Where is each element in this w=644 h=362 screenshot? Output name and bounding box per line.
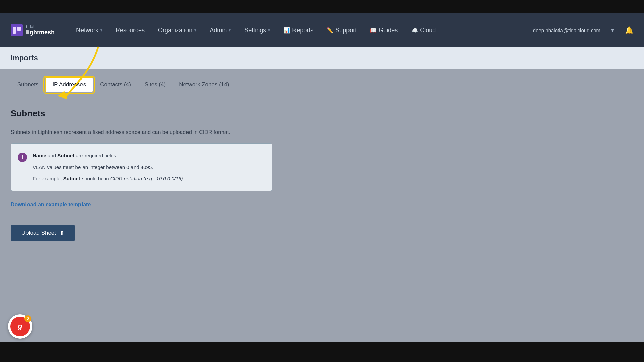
logo-lightmesh: lightmesh xyxy=(26,29,55,36)
bottom-bar xyxy=(0,342,644,362)
nav-label-admin: Admin xyxy=(210,27,227,34)
upload-icon: ⬆ xyxy=(59,229,64,237)
tab-contacts[interactable]: Contacts (4) xyxy=(93,78,138,92)
tab-ip-addresses[interactable]: IP Addresses xyxy=(45,77,93,92)
nav-label-settings: Settings xyxy=(244,27,266,34)
nav-item-support[interactable]: ✏️ Support xyxy=(321,24,362,37)
tabs-wrapper: Subnets IP Addresses Contacts (4) Sites … xyxy=(11,77,633,92)
nav-item-organization[interactable]: Organization ▾ xyxy=(153,24,202,37)
nav-item-settings[interactable]: Settings ▾ xyxy=(239,24,275,37)
nav-item-resources[interactable]: Resources xyxy=(110,24,150,37)
user-email[interactable]: deep.bhalotia@tidalcloud.com xyxy=(533,27,600,33)
info-line-2: VLAN values must be an integer between 0… xyxy=(33,164,184,171)
tabs: Subnets IP Addresses Contacts (4) Sites … xyxy=(11,77,633,92)
nav-item-reports[interactable]: 📊 Reports xyxy=(278,24,319,37)
info-box: i Name and Subnet are required fields. V… xyxy=(11,143,272,191)
chevron-down-icon: ▾ xyxy=(194,28,196,33)
g2-badge[interactable]: g 2 xyxy=(8,314,32,339)
nav-right: deep.bhalotia@tidalcloud.com ▾ 🔔 xyxy=(533,24,633,37)
nav-item-admin[interactable]: Admin ▾ xyxy=(204,24,236,37)
bar-chart-icon: 📊 xyxy=(283,27,290,34)
svg-rect-2 xyxy=(17,27,21,31)
nav-label-support: Support xyxy=(335,27,357,34)
g2-badge-text: g xyxy=(18,322,22,331)
nav-items: Network ▾ Resources Organization ▾ Admin… xyxy=(71,24,533,37)
nav-label-organization: Organization xyxy=(158,27,192,34)
logo-icon xyxy=(11,24,23,36)
description-text: Subnets in Lightmesh represent a fixed a… xyxy=(11,129,633,135)
nav-item-network[interactable]: Network ▾ xyxy=(71,24,108,37)
nav-item-guides[interactable]: 📖 Guides xyxy=(365,24,403,37)
imports-header: Imports xyxy=(0,47,644,69)
info-line-1: Name and Subnet are required fields. xyxy=(33,152,184,160)
nav-label-guides: Guides xyxy=(379,27,398,34)
g2-badge-count: 2 xyxy=(24,315,31,322)
download-template-link[interactable]: Download an example template xyxy=(11,202,91,208)
chevron-down-icon: ▾ xyxy=(100,28,102,33)
page-title: Imports xyxy=(11,54,38,62)
g2-badge-inner: g 2 xyxy=(10,317,30,336)
nav-item-cloud[interactable]: ☁️ Cloud xyxy=(406,24,441,37)
chevron-down-icon[interactable]: ▾ xyxy=(606,24,620,37)
section-title: Subnets xyxy=(11,108,633,119)
chevron-down-icon: ▾ xyxy=(268,28,270,33)
svg-rect-1 xyxy=(13,27,16,34)
nav-label-cloud: Cloud xyxy=(420,27,436,34)
nav-label-reports: Reports xyxy=(292,27,313,34)
info-icon: i xyxy=(18,153,27,162)
upload-button-label: Upload Sheet xyxy=(21,230,56,236)
tab-subnets[interactable]: Subnets xyxy=(11,78,45,92)
cloud-icon: ☁️ xyxy=(411,27,418,34)
info-line-3: For example, Subnet should be in CIDR no… xyxy=(33,175,184,183)
navbar: tidal lightmesh Network ▾ Resources Orga… xyxy=(0,13,644,47)
tab-network-zones[interactable]: Network Zones (14) xyxy=(172,78,236,92)
nav-label-resources: Resources xyxy=(116,27,145,34)
info-content: Name and Subnet are required fields. VLA… xyxy=(33,152,184,183)
content-area: Subnets Subnets in Lightmesh represent a… xyxy=(0,92,644,252)
book-icon: 📖 xyxy=(370,27,377,34)
pen-icon: ✏️ xyxy=(327,27,333,34)
logo-text: tidal lightmesh xyxy=(26,24,55,36)
bell-icon[interactable]: 🔔 xyxy=(625,26,633,34)
logo-tidal: tidal xyxy=(26,24,55,29)
tab-sites[interactable]: Sites (4) xyxy=(138,78,172,92)
logo-area[interactable]: tidal lightmesh xyxy=(11,24,55,36)
tabs-container: Subnets IP Addresses Contacts (4) Sites … xyxy=(0,69,644,92)
top-bar xyxy=(0,0,644,13)
main-content: Subnets IP Addresses Contacts (4) Sites … xyxy=(0,69,644,362)
upload-sheet-button[interactable]: Upload Sheet ⬆ xyxy=(11,225,75,241)
nav-label-network: Network xyxy=(76,27,98,34)
chevron-down-icon: ▾ xyxy=(229,28,231,33)
svg-rect-0 xyxy=(11,24,23,36)
